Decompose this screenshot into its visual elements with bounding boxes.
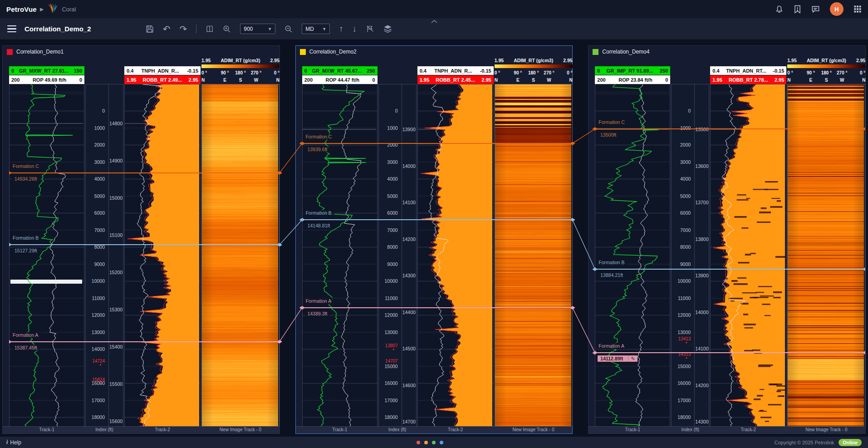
log-plot[interactable]: 0100020003000400050006000700080009000100…	[3, 84, 280, 426]
image-track[interactable]	[201, 84, 280, 427]
image-track-header[interactable]: 1.95ADIM_RT (g/cm3)2.95 0 °90 °180 °270 …	[201, 58, 280, 84]
user-avatar[interactable]: H	[830, 2, 843, 16]
well-panel-correlation-demo1[interactable]: Correlation_Demo1 0GR_MXW_RT 27.61...150…	[2, 45, 280, 434]
hide-flags-icon[interactable]	[366, 25, 374, 33]
layers-icon[interactable]	[383, 25, 392, 33]
log-plot[interactable]: 0100020003000400050006000700080009000100…	[588, 84, 865, 426]
alerts-icon[interactable]	[794, 5, 801, 14]
track-2[interactable]	[710, 84, 786, 427]
compass-directions: NESWN	[495, 76, 573, 84]
index-md-label: 13800	[695, 236, 710, 242]
save-icon[interactable]	[146, 25, 154, 33]
compass-degrees: 0 °90 °180 °270 °0 °	[495, 69, 573, 76]
rop-curve-header[interactable]: 200ROP 23.84 ft/h0	[595, 75, 670, 84]
gr-curve-header[interactable]: 0GR_MXW_RT 27.61...150	[9, 66, 84, 75]
help-button[interactable]: iHelp	[6, 439, 21, 446]
track-1[interactable]	[9, 84, 84, 427]
rop-curve-header[interactable]: 200ROP 49.69 ft/h0	[9, 75, 84, 84]
index-md-label: 13600	[695, 163, 710, 169]
collapse-toolbar-icon[interactable]	[431, 17, 437, 25]
compass-degrees: 0 °90 °180 °270 °0 °	[787, 69, 865, 76]
depth-mode-select[interactable]: MD▼	[302, 24, 330, 34]
image-track-header[interactable]: 1.95ADIM_RT (g/cm3)2.95 0 °90 °180 °270 …	[495, 58, 573, 84]
formation-depth-label: 14934.26ft	[12, 176, 40, 182]
formation-line-formation-b[interactable]	[595, 269, 865, 270]
zoom-in-icon[interactable]	[223, 25, 231, 33]
robb-curve-header[interactable]: 1.95ROBB_RT 2.78...2.95	[710, 75, 786, 84]
formation-depth-label[interactable]: 14112.89ft✎	[598, 355, 638, 362]
menu-icon[interactable]	[7, 25, 16, 33]
pager-dot[interactable]	[424, 441, 428, 444]
index-rel-label: 9000	[86, 261, 108, 267]
brand[interactable]: PetroVue ▶ Coral	[6, 2, 76, 16]
image-track[interactable]	[787, 84, 865, 427]
index-rel-label: 1000	[86, 125, 108, 131]
index-rel-label: 3000	[379, 159, 401, 165]
well-panel-correlation-demo4[interactable]: Correlation_Demo4 0GR_IMP_RT 91.69...250…	[588, 45, 866, 434]
panel-header[interactable]: Correlation_Demo1	[3, 46, 280, 58]
well-color-swatch	[7, 49, 13, 55]
formation-line-formation-a[interactable]	[9, 341, 280, 342]
rop-curve-header[interactable]: 200ROP 44.47 ft/h0	[302, 75, 378, 84]
pager-dot[interactable]	[440, 441, 443, 444]
zoom-out-icon[interactable]	[284, 25, 293, 33]
formation-line-formation-c[interactable]	[595, 128, 865, 129]
robb-curve-header[interactable]: 1.95ROBB_RT 2.45...2.95	[417, 75, 494, 84]
index-rel-label: 8000	[672, 244, 693, 250]
apps-grid-icon[interactable]	[853, 5, 862, 13]
formation-name-label: Formation A	[10, 332, 41, 338]
index-md-label: 14200	[695, 383, 710, 388]
formation-line-formation-b[interactable]	[9, 244, 280, 245]
index-rel-label: 6000	[379, 210, 401, 216]
pager-dot[interactable]	[432, 441, 436, 444]
index-depth-marker: 14724	[86, 359, 108, 365]
index-rel-label: 13000	[672, 330, 693, 335]
panel-header[interactable]: Correlation_Demo4	[588, 46, 865, 58]
index-rel-label: 18000	[672, 414, 693, 420]
index-rel-label: 16000	[672, 380, 693, 386]
index-track[interactable]: 0100020003000400050006000700080009000100…	[85, 84, 123, 427]
index-rel-label: 7000	[379, 227, 401, 233]
track-2[interactable]	[124, 84, 201, 427]
index-md-label: 15400	[109, 344, 124, 350]
track-2[interactable]	[417, 84, 494, 427]
formation-line-formation-a[interactable]	[595, 352, 865, 353]
formation-line-formation-a[interactable]	[302, 307, 573, 308]
robb-curve-header[interactable]: 1.95ROBB_RT 2.49...2.95	[124, 75, 201, 84]
move-down-icon[interactable]: ↓	[353, 24, 357, 34]
index-label: Index (ft)	[388, 427, 406, 432]
formation-line-formation-c[interactable]	[9, 172, 280, 173]
formation-line-formation-b[interactable]	[302, 219, 573, 220]
track-manager-icon[interactable]	[206, 25, 214, 33]
index-md-label: 14800	[109, 121, 124, 126]
index-rel-label: 10000	[86, 278, 108, 284]
pager-dot[interactable]	[417, 441, 420, 444]
color-scale-marker	[270, 63, 274, 65]
index-track[interactable]: 0100020003000400050006000700080009000100…	[378, 84, 417, 427]
tnph-curve-header[interactable]: 0.4TNPH_ADN_R...-0.15	[417, 66, 494, 75]
index-rel-label: 0	[672, 108, 693, 113]
tnph-curve-header[interactable]: 0.4TNPH_ADN_RT...-0.15	[710, 66, 786, 75]
formation-line-formation-c[interactable]	[302, 143, 573, 144]
image-track[interactable]	[495, 84, 573, 427]
index-rel-label: 6000	[672, 210, 693, 216]
index-rel-label: 11000	[379, 295, 401, 301]
notifications-bell-icon[interactable]	[775, 5, 784, 14]
image-track-header[interactable]: 1.95ADIM_RT (g/cm3)2.95 0 °90 °180 °270 …	[787, 58, 865, 84]
move-up-icon[interactable]: ↑	[339, 24, 343, 34]
gr-curve-header[interactable]: 0GR_MXW_RT 45.67...250	[302, 66, 378, 75]
log-plot[interactable]: 0100020003000400050006000700080009000100…	[296, 84, 573, 426]
index-md-label: 14000	[695, 310, 710, 315]
redo-icon[interactable]: ↷	[179, 24, 187, 34]
zoom-level-select[interactable]: 900▼	[240, 24, 275, 34]
edit-pencil-icon[interactable]: ✎	[628, 356, 635, 361]
index-track[interactable]: 0100020003000400050006000700080009000100…	[671, 84, 709, 427]
messages-icon[interactable]	[811, 5, 820, 14]
well-panel-correlation-demo2[interactable]: Correlation_Demo2 0GR_MXW_RT 45.67...250…	[295, 45, 573, 434]
panel-header[interactable]: Correlation_Demo2	[296, 46, 573, 58]
chevron-right-icon: ▶	[40, 6, 44, 12]
undo-icon[interactable]: ↶	[163, 24, 171, 34]
gr-curve-header[interactable]: 0GR_IMP_RT 91.69...250	[595, 66, 670, 75]
tnph-curve-header[interactable]: 0.4TNPH_ADN_R...-0.15	[124, 66, 201, 75]
index-depth-marker: 13413	[672, 336, 693, 343]
